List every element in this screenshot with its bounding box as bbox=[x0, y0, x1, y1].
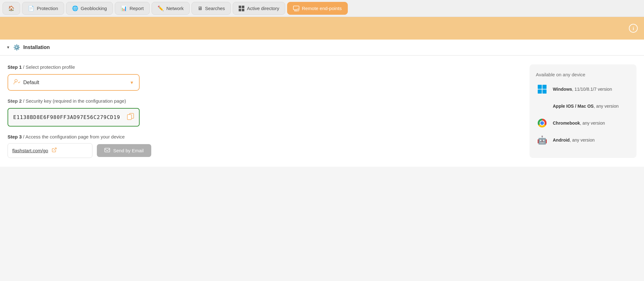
url-box: flashstart.com/go bbox=[8, 143, 92, 158]
device-chrome-text: Chromebook, any version bbox=[553, 121, 605, 126]
nav-active-directory[interactable]: Active directory bbox=[233, 2, 285, 15]
send-email-button[interactable]: Send by Email bbox=[97, 144, 151, 157]
nav-report-label: Report bbox=[130, 6, 144, 11]
geoblocking-icon: 🌐 bbox=[72, 5, 78, 11]
device-item-chrome: Chromebook, any version bbox=[536, 117, 630, 129]
device-android-text: Android, any version bbox=[553, 138, 595, 143]
windows-icon bbox=[536, 83, 548, 95]
banner-info-icon[interactable]: i bbox=[629, 24, 638, 33]
step3-label: Step 3 / Access the configuration page f… bbox=[8, 134, 265, 139]
security-key-box: E1138BD8E6F980FF3AD97E56C279CD19 bbox=[8, 108, 140, 127]
step3-row: flashstart.com/go Send by Email bbox=[8, 143, 265, 158]
device-item-windows: Windows, 11/10/8.1/7 version bbox=[536, 83, 630, 95]
step1-label: Step 1 / Select protection profile bbox=[8, 64, 265, 70]
profile-dropdown-label: Default bbox=[23, 80, 126, 85]
copy-icon[interactable] bbox=[127, 113, 134, 122]
nav-geoblocking[interactable]: 🌐 Geoblocking bbox=[66, 2, 113, 15]
main-content: Step 1 / Select protection profile Defau… bbox=[0, 56, 644, 167]
network-icon: ✏️ bbox=[158, 5, 164, 11]
nav-network-label: Network bbox=[166, 6, 184, 11]
installation-section-header: ▼ ⚙️ Installation bbox=[0, 40, 644, 56]
svg-rect-14 bbox=[105, 148, 110, 152]
remote-endpoints-icon bbox=[293, 6, 299, 11]
device-item-apple: Apple IOS / Mac OS, any version bbox=[536, 100, 630, 112]
svg-rect-0 bbox=[239, 6, 241, 8]
info-banner: i bbox=[0, 17, 644, 40]
svg-rect-2 bbox=[239, 9, 241, 11]
security-key-value: E1138BD8E6F980FF3AD97E56C279CD19 bbox=[13, 114, 124, 120]
report-icon: 📊 bbox=[121, 5, 127, 11]
gear-icon: ⚙️ bbox=[13, 44, 20, 51]
nav-geoblocking-label: Geoblocking bbox=[81, 6, 107, 11]
profile-icon bbox=[13, 78, 20, 86]
right-panel: Available on any device Windows, 11/10/8… bbox=[530, 64, 636, 158]
device-item-android: 🤖 Android, any version bbox=[536, 134, 630, 146]
svg-point-11 bbox=[15, 79, 17, 82]
android-icon: 🤖 bbox=[536, 134, 548, 146]
protection-icon: 📄 bbox=[28, 5, 34, 11]
nav-protection[interactable]: 📄 Protection bbox=[22, 2, 64, 15]
step2-label: Step 2 / Security key (required in the c… bbox=[8, 98, 265, 104]
nav-protection-label: Protection bbox=[37, 6, 58, 11]
nav-home[interactable]: 🏠 bbox=[3, 2, 20, 15]
nav-active-directory-label: Active directory bbox=[247, 6, 279, 11]
available-title: Available on any device bbox=[536, 72, 630, 77]
url-text[interactable]: flashstart.com/go bbox=[12, 148, 48, 153]
device-apple-text: Apple IOS / Mac OS, any version bbox=[553, 104, 619, 109]
searches-icon: 🖥 bbox=[197, 6, 203, 11]
device-windows-text: Windows, 11/10/8.1/7 version bbox=[553, 87, 612, 92]
link-icon bbox=[51, 147, 58, 154]
email-icon bbox=[104, 148, 110, 153]
left-panel: Step 1 / Select protection profile Defau… bbox=[8, 64, 265, 158]
home-icon: 🏠 bbox=[8, 5, 14, 11]
nav-network[interactable]: ✏️ Network bbox=[152, 2, 190, 15]
navbar: 🏠 📄 Protection 🌐 Geoblocking 📊 Report ✏️… bbox=[0, 0, 644, 17]
chevron-down-icon[interactable]: ▼ bbox=[6, 45, 10, 50]
svg-rect-3 bbox=[242, 9, 244, 11]
device-list: Windows, 11/10/8.1/7 version Apple IOS /… bbox=[536, 83, 630, 146]
nav-searches-label: Searches bbox=[205, 6, 225, 11]
installation-title: Installation bbox=[23, 45, 50, 50]
nav-remote-endpoints-label: Remote end-points bbox=[302, 6, 342, 11]
svg-rect-13 bbox=[127, 115, 131, 120]
active-directory-icon bbox=[239, 6, 244, 11]
nav-searches[interactable]: 🖥 Searches bbox=[192, 2, 231, 15]
svg-rect-1 bbox=[242, 6, 244, 8]
nav-report[interactable]: 📊 Report bbox=[115, 2, 150, 15]
profile-dropdown[interactable]: Default ▼ bbox=[8, 74, 140, 91]
dropdown-arrow-icon: ▼ bbox=[130, 80, 134, 85]
apple-icon bbox=[536, 100, 548, 112]
chrome-icon bbox=[536, 117, 548, 129]
send-email-label: Send by Email bbox=[113, 148, 144, 153]
nav-remote-endpoints[interactable]: Remote end-points bbox=[287, 2, 348, 15]
